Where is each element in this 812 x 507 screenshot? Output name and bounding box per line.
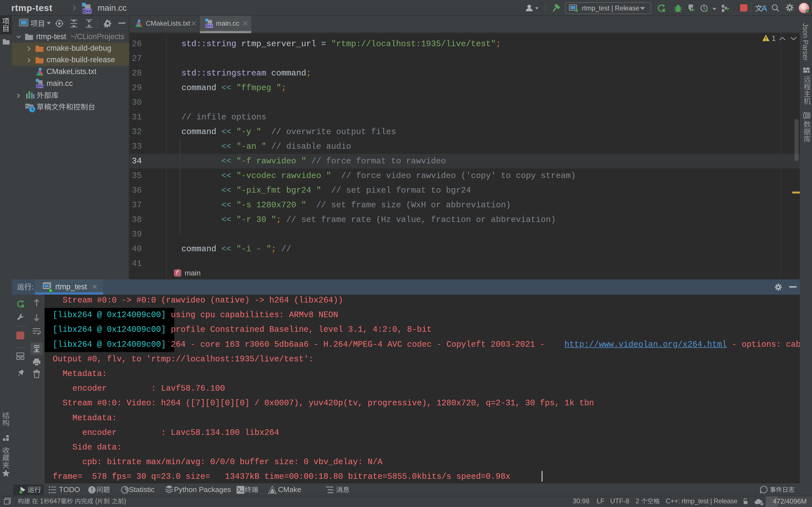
svg-text:C++: C++ bbox=[83, 9, 91, 13]
svg-text:C++: C++ bbox=[206, 24, 213, 28]
svg-text:C++: C++ bbox=[37, 84, 43, 88]
